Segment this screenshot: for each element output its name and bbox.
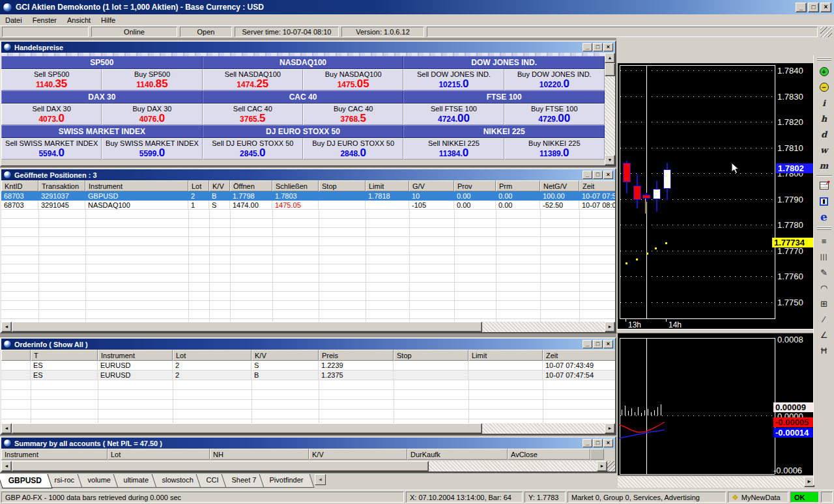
maximize-icon[interactable]: □	[593, 43, 603, 51]
positions-title-bar[interactable]: Geöffnete Positionen : 3 _ □ ×	[1, 169, 615, 180]
column-header[interactable]: Prov	[454, 180, 496, 191]
scrollbar-thumb[interactable]	[605, 63, 615, 76]
table-row[interactable]: 687033291045NASDAQ1001S1474.001475.05-10…	[1, 201, 615, 210]
maximize-icon[interactable]: □	[593, 171, 603, 179]
menu-fenster[interactable]: Fenster	[27, 15, 62, 25]
scrollbar-thumb[interactable]	[12, 322, 482, 332]
scrollbar-track[interactable]	[605, 76, 615, 155]
sell-price-cell[interactable]: Sell SWISS MARKET INDEX5594.0	[1, 138, 102, 160]
column-header[interactable]: Öffnen	[230, 180, 272, 191]
maximize-icon[interactable]: □	[593, 340, 603, 348]
buy-price-cell[interactable]: Buy NIKKEI 22511389.0	[504, 138, 605, 160]
scroll-right-icon[interactable]: ►	[605, 322, 615, 332]
column-header[interactable]: NetG/V	[540, 180, 579, 191]
zoom-in-button[interactable]: +	[817, 65, 831, 78]
column-header[interactable]: DurKaufk	[407, 449, 508, 460]
chart-type-button[interactable]: ▮	[817, 195, 831, 208]
scrollbar-track[interactable]	[482, 322, 605, 332]
resize-grip[interactable]	[607, 461, 615, 471]
report-button[interactable]: ↗	[817, 179, 831, 192]
panel-divider[interactable]	[616, 329, 816, 333]
timeframe-week-button[interactable]: w	[817, 143, 831, 156]
minimize-icon[interactable]: _	[582, 439, 592, 447]
column-header[interactable]: Zeit	[543, 350, 615, 361]
chart-hscrollbar[interactable]: ►	[618, 477, 814, 488]
column-header[interactable]: K/V	[252, 350, 319, 361]
minimize-icon[interactable]: _	[582, 43, 592, 51]
scrollbar-thumb[interactable]	[12, 461, 429, 471]
scroll-left-icon[interactable]: ◄	[1, 461, 12, 471]
column-header[interactable]: Lot	[173, 350, 252, 361]
candle[interactable]	[642, 195, 650, 199]
scroll-right-icon[interactable]: ►	[605, 423, 615, 434]
table-row[interactable]: 687033291037GBPUSD2B1.77981.78031.781810…	[1, 191, 615, 201]
column-header[interactable]: Limit	[366, 180, 409, 191]
orderinfo-title-bar[interactable]: Orderinfo ( Show All ) _ □ ×	[1, 339, 615, 350]
maximize-icon[interactable]: □	[808, 3, 819, 12]
horizontal-scrollbar[interactable]: ◄ ►	[1, 423, 615, 434]
explorer-button[interactable]: e	[817, 210, 831, 223]
column-header[interactable]: AvClose	[508, 449, 590, 460]
channel-tool-icon[interactable]: ∠	[817, 328, 831, 341]
horizontal-scrollbar[interactable]: ◄ ►	[1, 461, 615, 471]
candle[interactable]	[653, 189, 661, 199]
fibonacci-arcs-tool-icon[interactable]: ◠	[817, 281, 831, 294]
menu-datei[interactable]: Datei	[0, 15, 27, 25]
scrollbar-thumb[interactable]	[12, 423, 482, 434]
close-icon[interactable]: ×	[820, 3, 831, 12]
indicator-plot[interactable]	[618, 333, 776, 475]
candle[interactable]	[633, 186, 641, 200]
timeframe-intraday-button[interactable]: i	[817, 96, 831, 109]
buy-price-cell[interactable]: Buy DOW JONES IND.10220.0	[504, 69, 605, 91]
sell-price-cell[interactable]: Sell FTSE 1004724.00	[403, 104, 504, 125]
column-header[interactable]: Transaktion	[38, 180, 85, 191]
toolbar-handle[interactable]	[817, 227, 831, 231]
column-header[interactable]: Instrument	[98, 350, 173, 361]
scroll-left-icon[interactable]: ◄	[1, 423, 12, 434]
toolbar-resize-grip[interactable]	[820, 27, 832, 37]
sell-price-cell[interactable]: Sell DOW JONES IND.10215.0	[403, 69, 504, 91]
handelspreise-title-bar[interactable]: Handelspreise _ □ ×	[1, 42, 615, 53]
horizontal-lines-tool[interactable]: ≡	[817, 234, 831, 247]
close-icon[interactable]: ×	[603, 171, 613, 179]
column-header[interactable]: K/V	[309, 449, 407, 460]
column-header[interactable]: Limit	[468, 350, 543, 361]
zoom-out-button[interactable]: −	[817, 81, 831, 94]
vertical-scrollbar[interactable]: ▲ ▼	[605, 53, 615, 165]
sell-price-cell[interactable]: Sell NASDAQ1001474.25	[203, 69, 303, 91]
sell-price-cell[interactable]: Sell CAC 403765.5	[203, 104, 303, 125]
summary-corner-button[interactable]	[590, 449, 604, 460]
price-chart-plot[interactable]: 13h 14h	[618, 63, 776, 329]
minimize-icon[interactable]: _	[582, 340, 592, 348]
close-icon[interactable]: ×	[603, 340, 613, 348]
column-header[interactable]: T	[31, 350, 98, 361]
timeframe-hour-button[interactable]: h	[817, 112, 831, 125]
candle[interactable]	[623, 163, 631, 182]
scroll-down-icon[interactable]: ▼	[605, 155, 615, 165]
scroll-up-icon[interactable]: ▲	[605, 53, 615, 63]
column-header[interactable]: Stop	[394, 350, 468, 361]
buy-price-cell[interactable]: Buy CAC 403768.5	[303, 104, 403, 125]
buy-price-cell[interactable]: Buy DJ EURO STOXX 502848.0	[303, 138, 403, 160]
column-header[interactable]: NH	[210, 449, 309, 460]
buy-price-cell[interactable]: Buy SP5001140.85	[102, 69, 202, 91]
scrollbar-track[interactable]	[482, 423, 605, 434]
candle[interactable]	[663, 169, 671, 189]
close-icon[interactable]: ×	[603, 439, 613, 447]
fan-lines-tool-icon[interactable]: ∕	[817, 313, 831, 326]
scrollbar-track[interactable]	[429, 461, 597, 471]
column-header[interactable]: Stop	[319, 180, 366, 191]
column-header[interactable]: Lot	[108, 449, 210, 460]
scrollbar-track[interactable]	[618, 477, 804, 488]
tab-gbpusd[interactable]: GBPUSD	[0, 474, 53, 488]
menu-ansicht[interactable]: Ansicht	[62, 15, 96, 25]
buy-price-cell[interactable]: Buy SWISS MARKET INDEX5599.0	[102, 138, 202, 160]
close-icon[interactable]: ×	[603, 43, 613, 51]
minimize-icon[interactable]: _	[582, 171, 592, 179]
column-header[interactable]: Preis	[319, 350, 394, 361]
maximize-icon[interactable]: □	[593, 439, 603, 447]
column-header[interactable]: Lot	[188, 180, 209, 191]
column-header[interactable]: Instrument	[1, 449, 108, 460]
sell-price-cell[interactable]: Sell SP5001140.35	[1, 69, 102, 91]
column-header[interactable]: Schließen	[272, 180, 319, 191]
